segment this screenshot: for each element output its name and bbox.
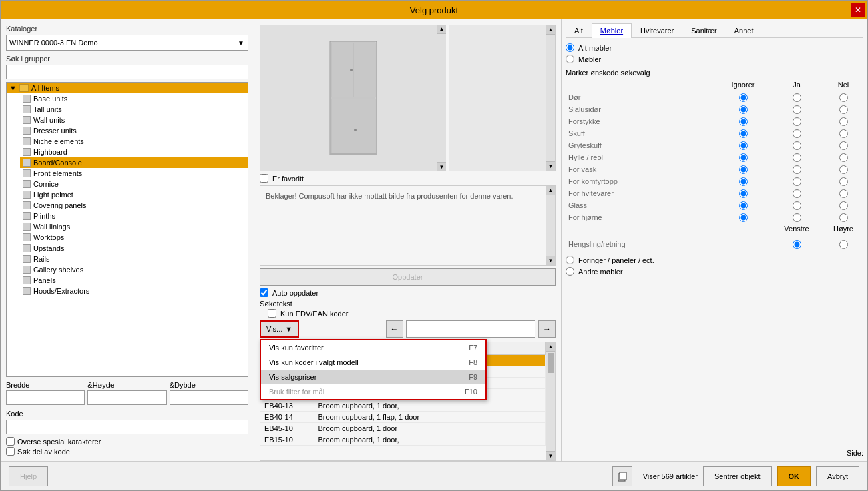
radio-gl-n[interactable] — [823, 199, 863, 211]
radio-hj-i[interactable] — [716, 211, 770, 223]
nav-back-button[interactable]: ← — [386, 320, 403, 338]
dropdown-item-salgspriser[interactable]: Vis salgspriser F9 — [261, 370, 485, 384]
dropdown-item-favorites[interactable]: Vis kun favoritter F7 — [261, 340, 485, 355]
image2-scrollbar[interactable]: ▲ ▼ — [546, 25, 555, 171]
no-image-scrollbar[interactable]: ▲ ▼ — [546, 186, 555, 265]
tree-item-dresser-units[interactable]: Dresser units — [20, 125, 248, 136]
overse-checkbox[interactable] — [6, 437, 15, 446]
radio-va-i[interactable] — [716, 163, 770, 175]
radio-hy-j[interactable] — [770, 151, 823, 163]
tree-item-gallery-shelves[interactable]: Gallery shelves — [20, 264, 248, 275]
tab-sanitar[interactable]: Sanitær — [682, 23, 726, 37]
table-row[interactable]: EB40-14 Broom cupboard, 1 flap, 1 door — [260, 412, 546, 423]
radio-hv-n[interactable] — [823, 187, 863, 199]
tree-item-wall-units[interactable]: Wall units — [20, 115, 248, 125]
tree-item-plinths[interactable]: Plinths — [20, 211, 248, 221]
help-button[interactable]: Hjelp — [9, 466, 48, 486]
main-image-scrollbar[interactable]: ▲ ▼ — [437, 25, 446, 171]
radio-sk-n[interactable] — [823, 127, 863, 139]
tree-item-front-elements[interactable]: Front elements — [20, 168, 248, 179]
close-button[interactable]: ✕ — [851, 3, 865, 17]
radio-sk-i[interactable] — [716, 127, 770, 139]
radio-hinge-venstre[interactable] — [770, 238, 823, 250]
radio-hj-n[interactable] — [823, 211, 863, 223]
radio-dor-nei[interactable] — [823, 91, 863, 103]
radio-hinge-hoyre[interactable] — [823, 238, 863, 250]
radio-sk-j[interactable] — [770, 127, 823, 139]
radio-mobler[interactable]: Møbler — [566, 55, 863, 63]
nav-forward-button[interactable]: → — [538, 320, 556, 338]
radio-ko-i[interactable] — [716, 175, 770, 187]
radio-gr-j[interactable] — [770, 139, 823, 151]
tab-alt[interactable]: Alt — [566, 23, 592, 37]
dybde-input[interactable] — [170, 390, 248, 405]
catalog-select[interactable]: WINNER 0000-3 EN Demo — [6, 35, 248, 51]
table-row[interactable]: EB15-10 Broom cupboard, 1 door, — [260, 434, 546, 446]
hoyde-input[interactable] — [87, 390, 166, 405]
tree-item-hoods-extractors[interactable]: Hoods/Extractors — [20, 286, 248, 296]
vis-button[interactable]: Vis... ▼ — [260, 320, 299, 338]
tree-item-tall-units[interactable]: Tall units — [20, 104, 248, 115]
tree-item-worktops[interactable]: Worktops — [20, 232, 248, 243]
oppdater-button[interactable]: Oppdater — [260, 268, 556, 286]
dropdown-item-koder[interactable]: Vis kun koder i valgt modell F8 — [261, 355, 485, 370]
radio-fo-i[interactable] — [716, 115, 770, 127]
cancel-button[interactable]: Avbryt — [816, 466, 859, 486]
radio-va-n[interactable] — [823, 163, 863, 175]
table-scrollbar[interactable]: ▲ ▼ — [546, 342, 555, 460]
ok-button[interactable]: OK — [777, 466, 811, 486]
tab-hvitevarer[interactable]: Hvitevarer — [632, 23, 682, 37]
tree-item-rails[interactable]: Rails — [20, 254, 248, 264]
radio-hy-i[interactable] — [716, 151, 770, 163]
favorite-checkbox[interactable] — [260, 174, 268, 183]
tree-item-base-units[interactable]: Base units — [20, 93, 248, 104]
radio-va-j[interactable] — [770, 163, 823, 175]
kode-input[interactable] — [6, 420, 248, 434]
radio-gl-j[interactable] — [770, 199, 823, 211]
table-row[interactable]: EB45-10 Broom cupboard, 1 door — [260, 423, 546, 434]
search-group-input[interactable] — [6, 65, 248, 79]
radio-foringer[interactable]: Foringer / paneler / ect. — [566, 256, 863, 264]
tree-item-wall-linings[interactable]: Wall linings — [20, 221, 248, 232]
radio-dor-ja[interactable] — [770, 91, 823, 103]
radio-gr-n[interactable] — [823, 139, 863, 151]
center-object-button[interactable]: Sentrer objekt — [703, 466, 771, 486]
radio-ko-n[interactable] — [823, 175, 863, 187]
radio-hy-n[interactable] — [823, 151, 863, 163]
radio-dor-ignorer[interactable] — [716, 91, 770, 103]
radio-gr-i[interactable] — [716, 139, 770, 151]
tree-item-covering-panels[interactable]: Covering panels — [20, 200, 248, 211]
auto-update-checkbox[interactable] — [260, 288, 268, 297]
tree-root-item[interactable]: ▼ All Items — [7, 83, 248, 93]
radio-mobler-input[interactable] — [566, 55, 574, 63]
radio-alt-mobler-input[interactable] — [566, 43, 574, 52]
radio-ko-j[interactable] — [770, 175, 823, 187]
radio-hv-j[interactable] — [770, 187, 823, 199]
radio-andre-mobler-input[interactable] — [566, 267, 574, 276]
radio-sj-i[interactable] — [716, 103, 770, 115]
radio-sj-n[interactable] — [823, 103, 863, 115]
tree-item-highboard[interactable]: Highboard — [20, 147, 248, 157]
copy-icon-button[interactable] — [612, 466, 632, 486]
radio-fo-j[interactable] — [770, 115, 823, 127]
tree-item-niche-elements[interactable]: Niche elements — [20, 136, 248, 147]
radio-foringer-input[interactable] — [566, 256, 574, 264]
sokdel-checkbox[interactable] — [6, 447, 15, 456]
radio-hv-i[interactable] — [716, 187, 770, 199]
checkbox2-label[interactable]: Søk del av kode — [6, 447, 248, 456]
radio-gl-i[interactable] — [716, 199, 770, 211]
radio-alt-mobler[interactable]: Alt møbler — [566, 43, 863, 52]
tree-item-panels[interactable]: Panels — [20, 275, 248, 286]
radio-fo-n[interactable] — [823, 115, 863, 127]
radio-andre-mobler[interactable]: Andre møbler — [566, 267, 863, 276]
tab-mobler[interactable]: Møbler — [592, 23, 632, 38]
tree-container[interactable]: ▼ All Items Base units Tall units — [6, 82, 248, 377]
tree-item-light-pelmet[interactable]: Light pelmet — [20, 189, 248, 200]
tab-annet[interactable]: Annet — [726, 23, 763, 37]
bredde-input[interactable] — [6, 390, 85, 405]
radio-sj-j[interactable] — [770, 103, 823, 115]
radio-hj-j[interactable] — [770, 211, 823, 223]
tree-item-upstands[interactable]: Upstands — [20, 243, 248, 254]
product-search-input[interactable] — [406, 320, 536, 338]
checkbox1-label[interactable]: Overse spesial karakterer — [6, 437, 248, 446]
